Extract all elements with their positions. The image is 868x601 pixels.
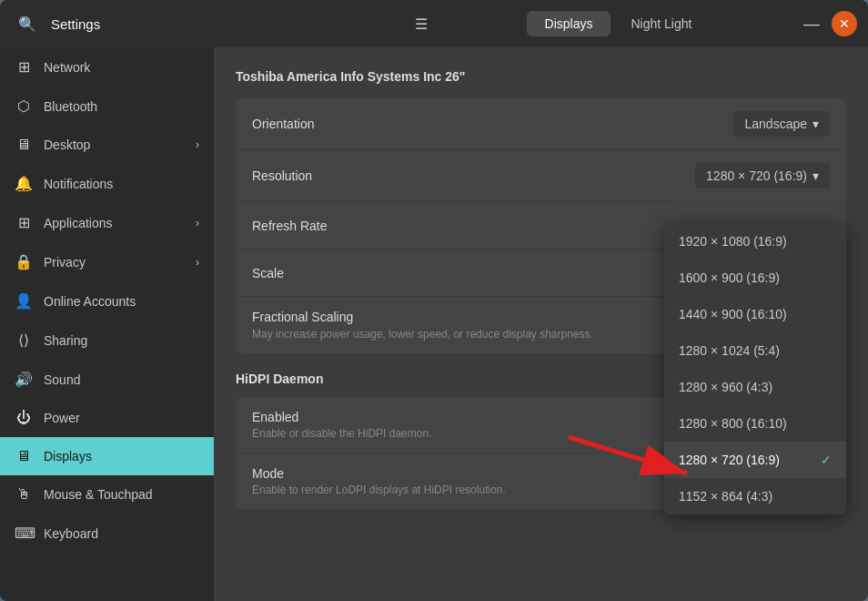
sidebar-item-sharing[interactable]: ⟨⟩ Sharing — [0, 321, 214, 360]
resolution-row: Resolution 1280 × 720 (16:9) ▾ — [236, 150, 846, 202]
chevron-right-icon: › — [196, 217, 199, 229]
chevron-down-icon: ▾ — [812, 168, 819, 183]
sidebar-item-displays[interactable]: 🖥 Displays — [0, 437, 214, 475]
resolution-label: Resolution — [252, 168, 695, 183]
resolution-option-1280-1024[interactable]: 1280 × 1024 (5:4) — [664, 332, 846, 369]
sidebar-item-applications[interactable]: ⊞ Applications › — [0, 203, 214, 242]
resolution-dropdown[interactable]: 1280 × 720 (16:9) ▾ — [695, 163, 830, 188]
resolution-option-1600[interactable]: 1600 × 900 (16:9) — [664, 260, 846, 296]
sidebar-item-label: Desktop — [44, 138, 90, 152]
mouse-icon: 🖱 — [15, 486, 33, 503]
tab-night-light[interactable]: Night Light — [612, 11, 710, 36]
sound-icon: 🔊 — [15, 371, 33, 388]
sidebar-item-bluetooth[interactable]: ⬡ Bluetooth — [0, 87, 214, 126]
resolution-option-1280-960[interactable]: 1280 × 960 (4:3) — [664, 369, 846, 405]
bluetooth-icon: ⬡ — [15, 97, 33, 115]
main-window: 🔍 Settings ☰ Displays Night Light — ✕ ⊞ … — [0, 0, 868, 601]
sidebar-item-label: Applications — [44, 216, 113, 230]
orientation-row: Orientation Landscape ▾ — [236, 98, 846, 150]
resolution-option-1920[interactable]: 1920 × 1080 (16:9) — [664, 223, 846, 260]
sidebar-item-label: Displays — [44, 449, 92, 463]
sidebar-item-sound[interactable]: 🔊 Sound — [0, 360, 214, 399]
close-button[interactable]: ✕ — [832, 11, 857, 36]
sidebar-item-label: Network — [44, 60, 90, 75]
content-area: ⊞ Network ⬡ Bluetooth 🖥 Desktop › 🔔 Noti… — [0, 47, 868, 601]
resolution-option-1280-720[interactable]: 1280 × 720 (16:9) ✓ — [664, 442, 846, 478]
sidebar-item-label: Power — [44, 411, 80, 425]
applications-icon: ⊞ — [15, 214, 33, 231]
sidebar-item-power[interactable]: ⏻ Power — [0, 399, 214, 437]
keyboard-icon: ⌨ — [15, 525, 33, 542]
online-accounts-icon: 👤 — [15, 292, 33, 310]
menu-icon: ☰ — [415, 15, 428, 33]
privacy-icon: 🔒 — [15, 253, 33, 270]
minimize-button[interactable]: — — [799, 11, 824, 36]
minimize-icon: — — [803, 15, 820, 34]
window-title: Settings — [51, 16, 398, 32]
sidebar-item-desktop[interactable]: 🖥 Desktop › — [0, 126, 214, 164]
sharing-icon: ⟨⟩ — [15, 331, 33, 349]
chevron-down-icon: ▾ — [812, 117, 819, 131]
sidebar-item-label: Keyboard — [44, 526, 98, 541]
resolution-dropdown-menu: 1920 × 1080 (16:9) 1600 × 900 (16:9) 144… — [664, 223, 846, 514]
sidebar-item-network[interactable]: ⊞ Network — [0, 47, 214, 87]
tab-bar: Displays Night Light — [445, 11, 792, 36]
orientation-value: Landscape ▾ — [733, 111, 830, 137]
sidebar-item-label: Notifications — [44, 177, 113, 191]
sidebar-item-label: Sound — [44, 372, 80, 387]
main-content: Toshiba America Info Systems Inc 26" Ori… — [214, 47, 868, 601]
power-icon: ⏻ — [15, 410, 33, 426]
sidebar-item-keyboard[interactable]: ⌨ Keyboard — [0, 514, 214, 553]
orientation-dropdown[interactable]: Landscape ▾ — [733, 111, 830, 137]
chevron-right-icon: › — [196, 256, 199, 269]
chevron-right-icon: › — [196, 138, 199, 151]
resolution-option-1440[interactable]: 1440 × 900 (16:10) — [664, 296, 846, 332]
sidebar: ⊞ Network ⬡ Bluetooth 🖥 Desktop › 🔔 Noti… — [0, 47, 214, 601]
resolution-value: 1280 × 720 (16:9) ▾ — [695, 163, 830, 188]
menu-button[interactable]: ☰ — [405, 7, 438, 40]
search-icon: 🔍 — [18, 15, 36, 33]
sidebar-item-notifications[interactable]: 🔔 Notifications — [0, 164, 214, 203]
resolution-option-1152[interactable]: 1152 × 864 (4:3) — [664, 478, 846, 514]
notifications-icon: 🔔 — [15, 175, 33, 192]
sidebar-item-label: Privacy — [44, 255, 86, 270]
sidebar-item-label: Sharing — [44, 333, 87, 348]
sidebar-item-label: Bluetooth — [44, 99, 97, 114]
close-icon: ✕ — [839, 16, 850, 31]
resolution-option-1280-800[interactable]: 1280 × 800 (16:10) — [664, 405, 846, 442]
window-controls: — ✕ — [799, 11, 857, 36]
sidebar-item-label: Online Accounts — [44, 294, 136, 309]
titlebar: 🔍 Settings ☰ Displays Night Light — ✕ — [0, 0, 868, 47]
selected-checkmark-icon: ✓ — [821, 453, 832, 467]
displays-icon: 🖥 — [15, 448, 33, 464]
network-icon: ⊞ — [15, 58, 33, 76]
tab-displays[interactable]: Displays — [527, 11, 611, 36]
search-button[interactable]: 🔍 — [11, 7, 44, 40]
monitor-title: Toshiba America Info Systems Inc 26" — [236, 69, 846, 84]
sidebar-item-online-accounts[interactable]: 👤 Online Accounts — [0, 281, 214, 321]
desktop-icon: 🖥 — [15, 137, 33, 153]
sidebar-item-privacy[interactable]: 🔒 Privacy › — [0, 242, 214, 281]
orientation-label: Orientation — [252, 117, 733, 131]
sidebar-item-mouse-touchpad[interactable]: 🖱 Mouse & Touchpad — [0, 475, 214, 514]
sidebar-item-label: Mouse & Touchpad — [44, 487, 153, 502]
